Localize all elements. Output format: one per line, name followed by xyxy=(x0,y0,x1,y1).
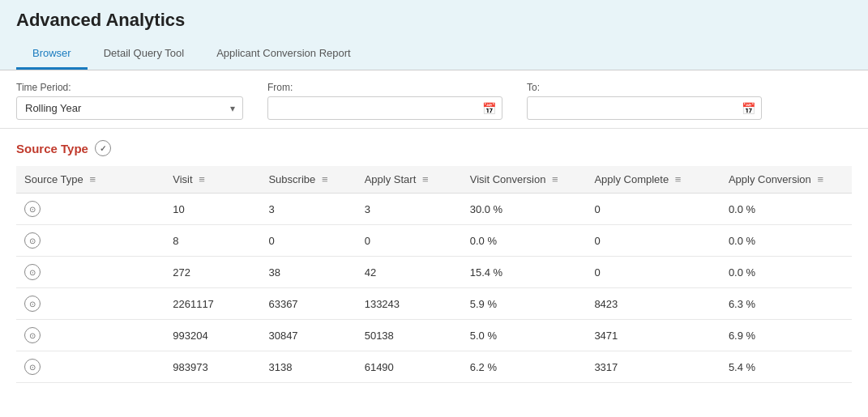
cell-visit-conversion: 6.2 % xyxy=(462,351,587,383)
col-header-visit: Visit xyxy=(165,166,260,194)
table-header: Source Type Visit Subscribe Apply Start … xyxy=(16,166,852,194)
cell-apply-complete[interactable]: 0 xyxy=(586,194,720,225)
table-row: ⊙2261117633671332435.9 %84236.3 % xyxy=(16,288,852,320)
to-date-input[interactable] xyxy=(527,96,762,120)
time-period-label: Time Period: xyxy=(16,82,243,93)
table-row: ⊙99320430847501385.0 %34716.9 % xyxy=(16,320,852,351)
header-section: Advanced Analytics Browser Detail Query … xyxy=(0,0,868,70)
col-header-visit-conversion: Visit Conversion xyxy=(462,166,587,194)
row-expand-button[interactable]: ⊙ xyxy=(24,232,41,249)
cell-apply-complete[interactable]: 0 xyxy=(586,257,720,288)
source-type-header: Source Type ✓ xyxy=(16,140,852,156)
col-header-subscribe: Subscribe xyxy=(260,166,356,194)
row-expand-button[interactable]: ⊙ xyxy=(24,327,41,343)
cell-apply-start[interactable]: 61490 xyxy=(357,351,462,383)
cell-apply-start[interactable]: 50138 xyxy=(357,320,462,351)
cell-apply-conversion: 6.9 % xyxy=(720,320,852,351)
visit-conv-filter-icon[interactable] xyxy=(552,173,558,185)
apply-complete-filter-icon[interactable] xyxy=(675,173,682,185)
cell-apply-conversion: 0.0 % xyxy=(720,257,852,288)
cell-visit: 2261117 xyxy=(165,288,260,320)
source-type-collapse-button[interactable]: ✓ xyxy=(95,140,111,156)
from-group: From: 📅 xyxy=(267,82,502,120)
to-group: To: 📅 xyxy=(527,82,762,120)
cell-subscribe[interactable]: 3 xyxy=(260,194,356,225)
subscribe-filter-icon[interactable] xyxy=(322,173,328,185)
cell-apply-conversion: 6.3 % xyxy=(720,288,852,320)
cell-apply-conversion: 0.0 % xyxy=(720,194,852,225)
cell-apply-start[interactable]: 133243 xyxy=(357,288,462,320)
cell-apply-start[interactable]: 42 xyxy=(357,257,462,288)
table-body: ⊙103330.0 %00.0 %⊙8000.0 %00.0 %⊙2723842… xyxy=(16,194,852,383)
cell-visit: 983973 xyxy=(165,351,260,383)
source-type-filter-icon[interactable] xyxy=(89,173,96,185)
cell-subscribe[interactable]: 63367 xyxy=(260,288,356,320)
col-header-source-type: Source Type xyxy=(16,166,165,194)
cell-visit: 10 xyxy=(165,194,260,225)
table-row: ⊙9839733138614906.2 %33175.4 % xyxy=(16,351,852,383)
cell-apply-complete[interactable]: 0 xyxy=(586,225,720,257)
cell-apply-conversion: 0.0 % xyxy=(720,225,852,257)
time-period-wrapper: Rolling Year Last 30 Days Last 90 Days C… xyxy=(16,96,243,120)
row-expand-button[interactable]: ⊙ xyxy=(24,264,41,280)
app-title: Advanced Analytics xyxy=(16,10,852,31)
visit-filter-icon[interactable] xyxy=(199,173,205,185)
row-expand-button[interactable]: ⊙ xyxy=(24,359,41,375)
cell-visit-conversion: 5.0 % xyxy=(462,320,587,351)
apply-start-filter-icon[interactable] xyxy=(422,173,429,185)
table-row: ⊙103330.0 %00.0 % xyxy=(16,194,852,225)
to-input-wrapper: 📅 xyxy=(527,96,762,120)
controls-section: Time Period: Rolling Year Last 30 Days L… xyxy=(0,70,868,129)
cell-apply-complete[interactable]: 3471 xyxy=(586,320,720,351)
col-header-apply-complete: Apply Complete xyxy=(586,166,720,194)
to-label: To: xyxy=(527,82,762,93)
from-date-input[interactable] xyxy=(267,96,502,120)
time-period-select[interactable]: Rolling Year Last 30 Days Last 90 Days C… xyxy=(16,96,243,120)
cell-visit: 272 xyxy=(165,257,260,288)
time-period-group: Time Period: Rolling Year Last 30 Days L… xyxy=(16,82,243,120)
cell-apply-complete[interactable]: 3317 xyxy=(586,351,720,383)
apply-conv-filter-icon[interactable] xyxy=(817,173,823,185)
tab-browser[interactable]: Browser xyxy=(16,40,88,70)
tab-bar: Browser Detail Query Tool Applicant Conv… xyxy=(16,40,852,70)
cell-visit-conversion: 0.0 % xyxy=(462,225,587,257)
table-row: ⊙8000.0 %00.0 % xyxy=(16,225,852,257)
data-table: Source Type Visit Subscribe Apply Start … xyxy=(16,166,852,383)
cell-apply-conversion: 5.4 % xyxy=(720,351,852,383)
source-type-label: Source Type xyxy=(16,142,88,155)
cell-visit-conversion: 5.9 % xyxy=(462,288,587,320)
cell-visit: 8 xyxy=(165,225,260,257)
col-header-apply-start: Apply Start xyxy=(357,166,462,194)
from-input-wrapper: 📅 xyxy=(267,96,502,120)
cell-apply-start[interactable]: 0 xyxy=(357,225,462,257)
row-expand-button[interactable]: ⊙ xyxy=(24,296,41,312)
tab-applicant-conv[interactable]: Applicant Conversion Report xyxy=(200,40,366,70)
cell-subscribe[interactable]: 38 xyxy=(260,257,356,288)
cell-subscribe[interactable]: 3138 xyxy=(260,351,356,383)
cell-visit-conversion: 30.0 % xyxy=(462,194,587,225)
table-row: ⊙272384215.4 %00.0 % xyxy=(16,257,852,288)
cell-apply-complete[interactable]: 8423 xyxy=(586,288,720,320)
cell-visit: 993204 xyxy=(165,320,260,351)
tab-detail-query[interactable]: Detail Query Tool xyxy=(88,40,200,70)
from-label: From: xyxy=(267,82,502,93)
source-section: Source Type ✓ Source Type Visit Subscrib… xyxy=(0,129,868,389)
cell-subscribe[interactable]: 0 xyxy=(260,225,356,257)
row-expand-button[interactable]: ⊙ xyxy=(24,201,41,217)
col-header-apply-conversion: Apply Conversion xyxy=(720,166,852,194)
cell-visit-conversion: 15.4 % xyxy=(462,257,587,288)
cell-apply-start[interactable]: 3 xyxy=(357,194,462,225)
cell-subscribe[interactable]: 30847 xyxy=(260,320,356,351)
